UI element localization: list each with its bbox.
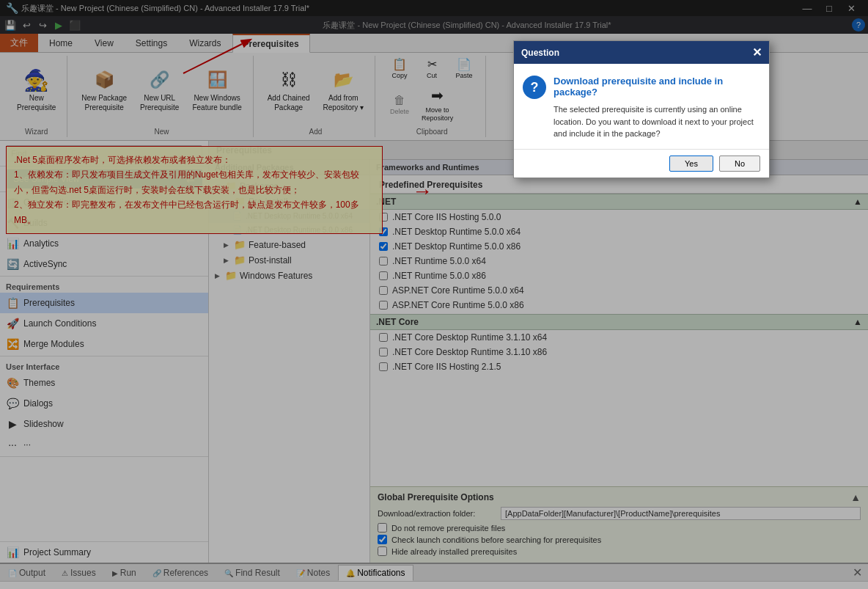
- dialog-heading: Download prerequisite and include in pac…: [553, 76, 760, 98]
- dialog-close-btn[interactable]: ✕: [752, 45, 762, 59]
- dialog-body: The selected prerequisite is currently u…: [553, 103, 760, 140]
- dialog-text-container: Download prerequisite and include in pac…: [553, 76, 760, 140]
- dialog-overlay: Question ✕ ? Download prerequisite and i…: [0, 0, 868, 589]
- dialog-title-text: Question: [521, 48, 559, 58]
- dialog-buttons: Yes No: [514, 149, 769, 178]
- dialog-question-icon: ?: [523, 76, 546, 99]
- question-dialog: Question ✕ ? Download prerequisite and i…: [513, 40, 770, 178]
- dialog-yes-btn[interactable]: Yes: [669, 156, 713, 172]
- dialog-titlebar: Question ✕: [514, 41, 769, 64]
- dialog-content: ? Download prerequisite and include in p…: [514, 64, 769, 149]
- dialog-no-btn[interactable]: No: [719, 156, 760, 172]
